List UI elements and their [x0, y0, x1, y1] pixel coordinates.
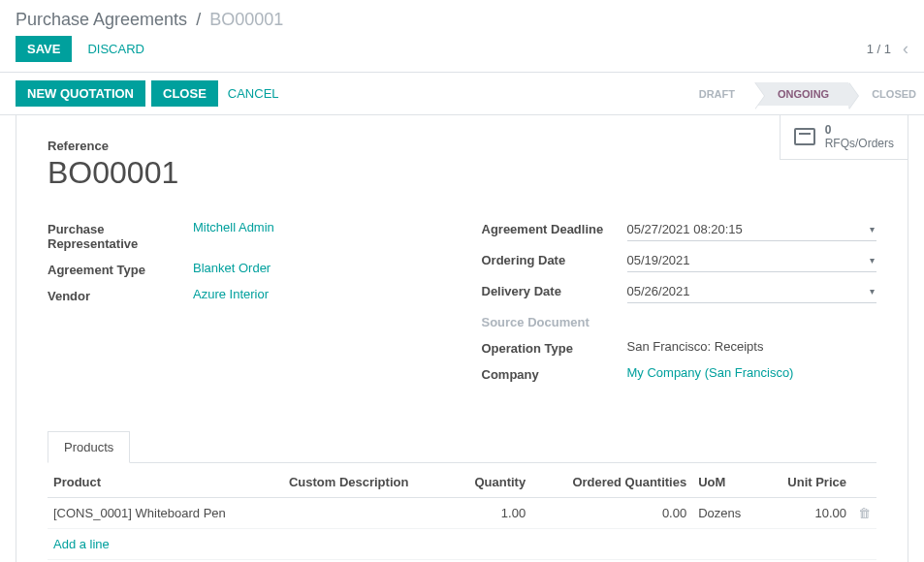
cell-product[interactable]: [CONS_0001] Whiteboard Pen	[48, 498, 283, 529]
reference-label: Reference	[48, 139, 876, 153]
pager-prev-icon[interactable]: ‹	[903, 39, 908, 59]
type-value[interactable]: Blanket Order	[193, 261, 443, 275]
discard-button[interactable]: DISCARD	[83, 36, 148, 62]
th-desc: Custom Description	[283, 467, 451, 498]
delivery-input[interactable]: 05/26/2021 ▾	[627, 282, 877, 303]
source-label: Source Document	[482, 313, 627, 329]
cancel-button[interactable]: CANCEL	[224, 80, 283, 107]
company-value[interactable]: My Company (San Francisco)	[627, 365, 877, 380]
cell-uom[interactable]: Dozens	[692, 498, 762, 529]
optype-label: Operation Type	[482, 339, 627, 356]
rep-value[interactable]: Mitchell Admin	[193, 220, 443, 234]
breadcrumb-current: BO00001	[209, 10, 283, 29]
cell-desc[interactable]	[283, 498, 451, 529]
type-label: Agreement Type	[48, 261, 193, 277]
th-price: Unit Price	[762, 467, 852, 498]
status-step-draft[interactable]: DRAFT	[676, 82, 754, 106]
status-flow: DRAFT ONGOING CLOSED	[676, 82, 924, 106]
table-row-add: Add a line	[48, 529, 876, 560]
rfq-orders-stat[interactable]: 0 RFQs/Orders	[780, 115, 908, 160]
ordering-value: 05/19/2021	[627, 253, 690, 267]
products-table: Product Custom Description Quantity Orde…	[48, 467, 876, 560]
cell-price[interactable]: 10.00	[762, 498, 852, 529]
tab-products[interactable]: Products	[48, 431, 130, 463]
deadline-value: 05/27/2021 08:20:15	[627, 222, 743, 236]
ordering-label: Ordering Date	[482, 251, 627, 267]
reference-value: BO00001	[48, 155, 876, 191]
th-qty: Quantity	[451, 467, 531, 498]
pager: 1 / 1 ‹	[867, 39, 908, 59]
cell-qty[interactable]: 1.00	[451, 498, 531, 529]
caret-down-icon[interactable]: ▾	[870, 286, 875, 297]
deadline-label: Agreement Deadline	[482, 220, 627, 236]
cell-ordered: 0.00	[531, 498, 692, 529]
breadcrumb: Purchase Agreements / BO00001	[16, 10, 283, 30]
trash-icon[interactable]: 🗑	[858, 506, 871, 520]
close-button[interactable]: CLOSE	[151, 80, 218, 107]
deadline-input[interactable]: 05/27/2021 08:20:15 ▾	[627, 220, 877, 241]
company-label: Company	[482, 365, 627, 382]
th-uom: UoM	[692, 467, 762, 498]
status-step-closed[interactable]: CLOSED	[848, 82, 924, 106]
rep-label: Purchase Representative	[48, 220, 193, 251]
vendor-value[interactable]: Azure Interior	[193, 287, 443, 301]
add-line-link[interactable]: Add a line	[53, 537, 110, 551]
breadcrumb-sep: /	[196, 10, 201, 29]
delivery-label: Delivery Date	[482, 282, 627, 298]
status-step-ongoing[interactable]: ONGOING	[754, 82, 848, 106]
save-button[interactable]: SAVE	[16, 36, 72, 62]
pager-text: 1 / 1	[867, 42, 891, 56]
ordering-input[interactable]: 05/19/2021 ▾	[627, 251, 877, 272]
list-icon	[794, 128, 815, 145]
delivery-value: 05/26/2021	[627, 284, 690, 298]
th-ordered: Ordered Quantities	[531, 467, 692, 498]
breadcrumb-parent[interactable]: Purchase Agreements	[16, 10, 187, 29]
table-row[interactable]: [CONS_0001] Whiteboard Pen 1.00 0.00 Doz…	[48, 498, 876, 529]
caret-down-icon[interactable]: ▾	[870, 224, 875, 234]
caret-down-icon[interactable]: ▾	[870, 255, 875, 265]
th-product: Product	[48, 467, 283, 498]
optype-value: San Francisco: Receipts	[627, 339, 877, 354]
new-quotation-button[interactable]: NEW QUOTATION	[16, 80, 145, 107]
vendor-label: Vendor	[48, 287, 193, 303]
stat-count: 0	[825, 123, 894, 137]
stat-label: RFQs/Orders	[825, 137, 894, 150]
